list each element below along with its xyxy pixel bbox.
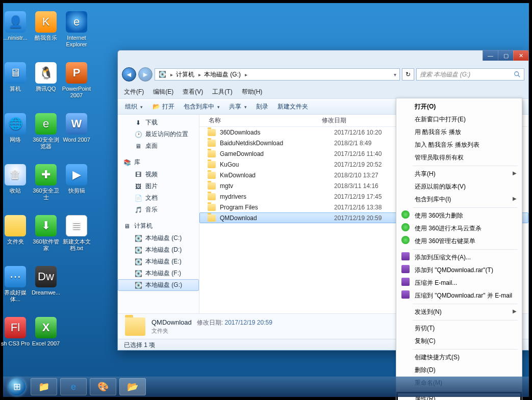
desktop-icon[interactable]: 👤...ninistr... [0, 11, 31, 41]
breadcrumb-item[interactable]: 计算机 [176, 70, 194, 79]
folder-icon [208, 182, 216, 190]
breadcrumb-item[interactable]: 本地磁盘 (G:) [204, 70, 241, 79]
context-menu-item[interactable]: 包含到库中(I)▶ [397, 193, 521, 206]
folder-icon [208, 215, 216, 222]
context-menu-item[interactable]: 复制(C) [397, 335, 521, 348]
taskbar-explorer[interactable]: 📁 [31, 378, 57, 395]
nav-videos[interactable]: 🎞视频 [118, 169, 199, 180]
music-icon: 🎵 [134, 206, 142, 214]
context-menu-item[interactable]: 管理员取得所有权 [397, 151, 521, 164]
desktop-icon[interactable]: 🌐网络 [0, 113, 31, 143]
desktop-icon[interactable]: 🗑收站 [0, 164, 31, 194]
desktop-icon[interactable]: 🖥算机 [0, 62, 31, 92]
nav-libraries[interactable]: 📚库 [118, 156, 199, 169]
app-icon: e [66, 11, 87, 33]
desktop-icon[interactable]: WWord 2007 [61, 113, 92, 143]
nav-computer[interactable]: 🖥计算机 [118, 220, 199, 232]
start-button[interactable] [6, 377, 28, 397]
nav-drive-e[interactable]: 💽本地磁盘 (E:) [118, 256, 199, 268]
context-menu-item[interactable]: 压缩并 E-mail... [397, 277, 521, 289]
toolbar-organize[interactable]: 组织 [125, 102, 143, 111]
desktop-icon[interactable]: e360安全浏览器 [31, 113, 61, 150]
menu-tools[interactable]: 工具(T) [212, 88, 232, 96]
context-menu-item[interactable]: 删除(D) [397, 364, 521, 377]
menu-view[interactable]: 查看(V) [183, 88, 203, 96]
file-date: 2017/12/19 17:45 [334, 193, 382, 200]
context-menu-item[interactable]: 打开(O) [397, 100, 521, 113]
menu-edit[interactable]: 编辑(E) [153, 88, 173, 96]
taskbar-folder-active[interactable]: 📂 [119, 378, 146, 395]
desktop-icon[interactable]: ⬇360软件管家 [31, 215, 61, 252]
back-button[interactable]: ◄ [122, 67, 136, 82]
menu-item-label: 发送到(N) [415, 308, 442, 315]
nav-desktop[interactable]: 🖥桌面 [118, 140, 199, 152]
maximize-button[interactable]: ▢ [498, 50, 513, 61]
nav-recent[interactable]: 🕑最近访问的位置 [118, 128, 199, 140]
nav-drive-c[interactable]: 💽本地磁盘 (C:) [118, 232, 199, 244]
menu-file[interactable]: 文件(F) [124, 88, 144, 96]
taskbar-paint[interactable]: 🎨 [90, 378, 116, 395]
context-menu-item[interactable]: 压缩到 "QMDownload.rar" 并 E-mail [397, 289, 521, 302]
context-menu-item[interactable]: 添加到 "QMDownload.rar"(T) [397, 264, 521, 277]
forward-button[interactable]: ► [138, 67, 153, 82]
context-menu-item[interactable]: 剪切(T) [397, 322, 521, 335]
desktop-icon[interactable]: Flsh CS3 Pro [0, 317, 31, 347]
column-date[interactable]: 修改日期 [322, 116, 398, 125]
nav-drive-f[interactable]: 💽本地磁盘 (F:) [118, 268, 199, 279]
toolbar-burn[interactable]: 刻录 [256, 102, 268, 111]
nav-pictures[interactable]: 🖼图片 [118, 180, 199, 192]
nav-music[interactable]: 🎵音乐 [118, 204, 199, 216]
address-bar: ◄ ► 💽 计算机 本地磁盘 (G:) ▾ ↻ 搜索 本地磁盘 (G:) [122, 67, 524, 82]
desktop-icon[interactable]: 文件夹 [0, 215, 31, 245]
context-menu-item[interactable]: 在新窗口中打开(E) [397, 113, 521, 126]
desktop-icon[interactable]: 🐧腾讯QQ [31, 62, 61, 92]
desktop-icon[interactable]: ✚360安全卫士 [31, 164, 61, 201]
breadcrumb[interactable]: 💽 计算机 本地磁盘 (G:) ▾ [155, 68, 400, 81]
nav-drive-d[interactable]: 💽本地磁盘 (D:) [118, 244, 199, 256]
menu-item-label: 使用 360进行木马云查杀 [415, 225, 482, 232]
context-menu-item[interactable]: 共享(H)▶ [397, 168, 521, 180]
file-date: 2018/2/1 8:49 [334, 140, 371, 147]
app-icon: e [35, 113, 57, 135]
menu-item-label: 还原以前的版本(V) [415, 183, 466, 190]
nav-drive-g[interactable]: 💽本地磁盘 (G:) [118, 279, 199, 291]
context-menu-item[interactable]: 使用 360进行木马云查杀 [397, 222, 521, 235]
toolbar-open[interactable]: 📂打开 [152, 102, 174, 111]
desktop-icon[interactable]: ▶快剪辑 [61, 164, 92, 194]
file-name: mydrivers [220, 193, 334, 200]
folder-icon [125, 317, 145, 336]
menu-separator [413, 249, 518, 250]
menu-help[interactable]: 帮助(H) [242, 88, 263, 96]
context-menu-item[interactable]: 还原以前的版本(V) [397, 180, 521, 193]
column-name[interactable]: 名称 [199, 116, 322, 125]
desktop-icon[interactable]: DwDreamwe... [31, 266, 61, 296]
search-icon [514, 71, 521, 78]
nav-downloads[interactable]: ⬇下载 [118, 117, 199, 128]
search-input[interactable]: 搜索 本地磁盘 (G:) [416, 68, 524, 81]
app-icon: ≣ [66, 215, 87, 236]
desktop-icon[interactable]: eInternet Explorer [61, 11, 92, 48]
menu-item-label: 添加到压缩文件(A)... [415, 254, 471, 261]
desktop-icon[interactable]: PPowerPoint 2007 [61, 62, 92, 99]
toolbar-share[interactable]: 共享 [229, 102, 247, 111]
context-menu-item[interactable]: 加入 酷我音乐 播放列表 [397, 139, 521, 151]
toolbar-include[interactable]: 包含到库中 [184, 102, 220, 111]
pictures-icon: 🖼 [134, 182, 142, 191]
toolbar-new-folder[interactable]: 新建文件夹 [277, 102, 308, 111]
desktop-icon[interactable]: ≣新建文本文档.txt [61, 215, 92, 252]
desktop-icon[interactable]: ⋯养成好媒体... [0, 266, 31, 303]
context-menu-item[interactable]: 发送到(N)▶ [397, 306, 521, 318]
desktop-icon[interactable]: K酷我音乐 [31, 11, 61, 41]
file-date: 2017/12/19 20:59 [334, 215, 382, 222]
context-menu-item[interactable]: 用 酷我音乐 播放 [397, 126, 521, 139]
minimize-button[interactable]: — [483, 50, 498, 61]
desktop-icon[interactable]: XExcel 2007 [31, 317, 61, 347]
context-menu-item[interactable]: 使用 360强力删除 [397, 209, 521, 222]
nav-documents[interactable]: 📄文档 [118, 192, 199, 204]
close-button[interactable]: ✕ [513, 50, 528, 61]
context-menu-item[interactable]: 创建快捷方式(S) [397, 351, 521, 364]
context-menu-item[interactable]: 使用 360管理右键菜单 [397, 235, 521, 248]
context-menu-item[interactable]: 添加到压缩文件(A)... [397, 251, 521, 264]
refresh-button[interactable]: ↻ [402, 68, 414, 81]
taskbar-ie[interactable]: e [60, 378, 87, 395]
